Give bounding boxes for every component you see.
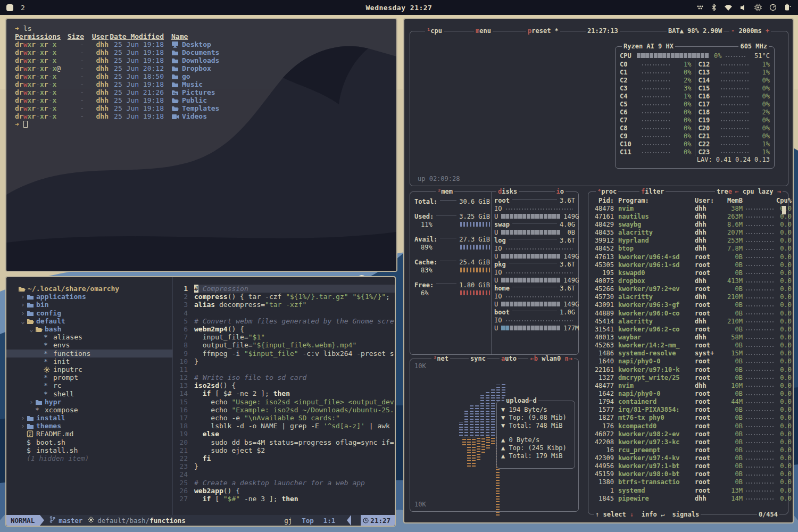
terminal-prompt-line-2[interactable]: ➜ [15, 120, 396, 128]
proc-row[interactable]: 45263kworker/14:2-mm_root0B0.0 [588, 342, 788, 350]
tree-item-default[interactable]: ⌄default [6, 317, 172, 325]
proc-row[interactable]: 45305kworker/u96:1-sdroot0B0.0 [588, 261, 788, 269]
code-line[interactable]: 25# Create a desktop launcher for a web … [173, 479, 395, 487]
code-line[interactable]: 14 if [ $# -ne 2 ]; then [173, 389, 395, 397]
tree-item-bin[interactable]: ›bin [6, 301, 172, 309]
proc-row[interactable]: 46072kworker/u98:2-evroot0B0.0 [588, 430, 788, 438]
code-line[interactable]: 13iso2sd() { [173, 381, 395, 389]
code-line[interactable]: 15 echo "Usage: iso2sd <input_file> <out… [173, 398, 395, 406]
proc-row[interactable]: 47613kworker/u96:4-sdroot0B0.0 [588, 253, 788, 261]
tree-item-functions[interactable]: *functions [6, 350, 172, 358]
tree-item-install-sh[interactable]: $install.sh [6, 446, 172, 454]
scroll-up-arrow[interactable]: ↑ [792, 197, 794, 204]
proc-row[interactable]: 1327dmcrypt_write/25root0B0.0 [588, 373, 788, 381]
chevron-icon[interactable]: ⌄ [19, 317, 27, 325]
io-mode-toggle[interactable]: ³io [555, 188, 566, 195]
code-line[interactable]: 21 sudo eject $2 [173, 446, 395, 454]
proc-row[interactable]: 48435alacrittydhh207M0.0 [588, 229, 788, 237]
proc-row[interactable]: 1794containerdroot44M0.0 [588, 398, 788, 406]
proc-row[interactable]: 48477nvimdhh10M0.0 [588, 381, 788, 389]
proc-row[interactable]: 1486systemd-resolvesyst+15M0.0 [588, 350, 788, 358]
chevron-icon[interactable]: › [19, 301, 27, 309]
file-tree-panel[interactable]: ~/.local/share/omarchy›applications›bin›… [6, 277, 172, 515]
chevron-icon[interactable]: ⌄ [28, 325, 35, 333]
tree-item-hypr[interactable]: ›hypr [6, 398, 172, 406]
tree-item-envs[interactable]: *envs [6, 341, 172, 349]
proc-row[interactable]: 31541kworker/u96:2-coroot0B0.0 [588, 325, 788, 333]
tree-item-boot-sh[interactable]: $boot.sh [6, 438, 172, 446]
code-line[interactable]: 16 echo "Example: iso2sd ~/Downloads/ubu… [173, 406, 395, 414]
proc-row[interactable]: 1577irq/81-PIXA3854:root0B0.0 [588, 406, 788, 414]
proc-sort-control[interactable]: ← cpu lazy → [733, 188, 783, 195]
proc-tree-toggle[interactable]: tree [715, 188, 734, 195]
tree-item-themes[interactable]: ›themes [6, 422, 172, 430]
code-line[interactable]: 8 output_file="${input_file%.webm}.mp4" [173, 341, 395, 349]
bluetooth-icon[interactable] [711, 4, 717, 11]
proc-row[interactable]: 40075dropboxdhh413M0.0 [588, 277, 788, 285]
proc-row[interactable]: 16rcu_preemptroot0B0.0 [588, 446, 788, 454]
proc-footer-keys[interactable]: ↑ select ↓ info ↵ signals [594, 511, 701, 518]
tree-item-rc[interactable]: *rc [6, 381, 172, 389]
proc-row[interactable]: 1380btrfs-transactioroot0B0.0 [588, 478, 788, 486]
tree-item--local-share-omarchy[interactable]: ~/.local/share/omarchy [6, 285, 172, 293]
proc-row[interactable]: 39912Hyprlanddhh253M0.0 [588, 237, 788, 245]
proc-row[interactable]: 42309kworker/u97:4-kvroot0B0.0 [588, 454, 788, 462]
code-line[interactable]: 9 ffmpeg -i "$input_file" -c:v libx264 -… [173, 350, 395, 358]
cpu-pane-tab[interactable]: ¹cpu [425, 27, 444, 35]
tree-item-aliases[interactable]: *aliases [6, 333, 172, 341]
battery-icon[interactable] [784, 4, 792, 11]
proc-row[interactable]: 1827mt76-tx phy0root0B0.0 [588, 414, 788, 422]
tree-item-init[interactable]: *init [6, 358, 172, 365]
code-line[interactable]: 4 [173, 309, 395, 317]
proc-row[interactable]: 1642napi/phy0-0root0B0.0 [588, 389, 788, 397]
code-line[interactable]: 12# Write iso file to sd card [173, 373, 395, 381]
tree-item--1-hidden-item-[interactable]: (1 hidden item) [6, 454, 172, 462]
proc-row[interactable]: 22161kworker/u97:10-kroot0B0.0 [588, 365, 788, 373]
proc-row[interactable]: 48478nvimdhh38M0.0 [588, 204, 788, 212]
code-line[interactable]: 23} [173, 462, 395, 470]
code-line[interactable]: 20 sudo dd bs=4M status=progress oflag=s… [173, 438, 395, 446]
proc-row[interactable]: 44889kworker/u96:0-coroot0B0.0 [588, 309, 788, 317]
code-line[interactable]: 26web2app() { [173, 487, 395, 495]
tree-item-readme-md[interactable]: README.md [6, 430, 172, 438]
proc-pane-tab[interactable]: ⁴proc [596, 188, 618, 195]
proc-row[interactable]: 48429swaybgdhh8.6M0.0 [588, 220, 788, 228]
code-line[interactable]: 5# Convert webm files generated by the G… [173, 317, 395, 325]
proc-filter-button[interactable]: filter [639, 188, 666, 195]
proc-scrollbar[interactable] [782, 206, 786, 214]
update-interval-control[interactable]: - 2000ms + [729, 27, 771, 35]
tree-item-xcompose[interactable]: *xcompose [6, 406, 172, 414]
neovim-window[interactable]: ~/.local/share/omarchy›applications›bin›… [5, 276, 396, 527]
code-line[interactable]: 6webm2mp4() { [173, 325, 395, 333]
chevron-icon[interactable]: › [28, 398, 35, 406]
code-line[interactable]: 24 [173, 470, 395, 478]
chevron-icon[interactable]: › [19, 414, 27, 422]
tree-item-bash[interactable]: ⌄bash [6, 325, 172, 333]
code-line[interactable]: 3alias decompress="tar -xzf" [173, 301, 395, 309]
proc-row[interactable]: 45414alacrittydhh210M0.0 [588, 317, 788, 325]
volume-icon[interactable] [740, 4, 747, 11]
code-line[interactable]: 17 echo -e "\nAvailable SD cards:" [173, 414, 395, 422]
proc-row[interactable]: 1845pipewiredhh14M0.0 [588, 494, 788, 502]
chevron-icon[interactable]: › [19, 309, 27, 317]
terminal-window[interactable]: ➜ls PermissionsSizeUserDate ModifiedName… [5, 18, 397, 272]
proc-row[interactable]: 43091kworker/u96:3-gfroot0B0.0 [588, 301, 788, 309]
proc-row[interactable]: 195kswapd0root0B0.0 [588, 269, 788, 277]
tree-item-applications[interactable]: ›applications [6, 293, 172, 301]
proc-row[interactable]: 176kcompactd0root0B0.0 [588, 422, 788, 430]
gauge-icon[interactable] [769, 4, 777, 11]
proc-row[interactable]: 45159kworker/u98:0-btroot0B0.0 [588, 470, 788, 478]
proc-header-row[interactable]: Pid: Program: User: MemB Cpu% ↑ [588, 196, 788, 204]
proc-row[interactable]: 45266kworker/u97:2+evroot0B0.0 [588, 285, 788, 293]
proc-row[interactable]: 44956kworker/u97:1-btroot0B0.0 [588, 462, 788, 470]
proc-row[interactable]: 1640napi/phy0-0root0B0.0 [588, 358, 788, 365]
code-line[interactable]: 27 if [ "$#" -ne 3 ]; then [173, 495, 395, 503]
code-line[interactable]: 19 else [173, 430, 395, 438]
code-line[interactable]: 7 input_file="$1" [173, 333, 395, 341]
proc-row[interactable]: 40013waybardhh58M0.0 [588, 333, 788, 341]
tree-item-config[interactable]: ›config [6, 309, 172, 317]
code-line[interactable]: 2compress() { tar -czf "${1%/}.tar.gz" "… [173, 293, 395, 301]
code-line[interactable]: 1# Compression [173, 285, 395, 293]
proc-row[interactable]: 48452btopdhh7.8M0.0 [588, 245, 788, 253]
proc-row[interactable]: 1systemdroot13M0.0 [588, 486, 788, 494]
